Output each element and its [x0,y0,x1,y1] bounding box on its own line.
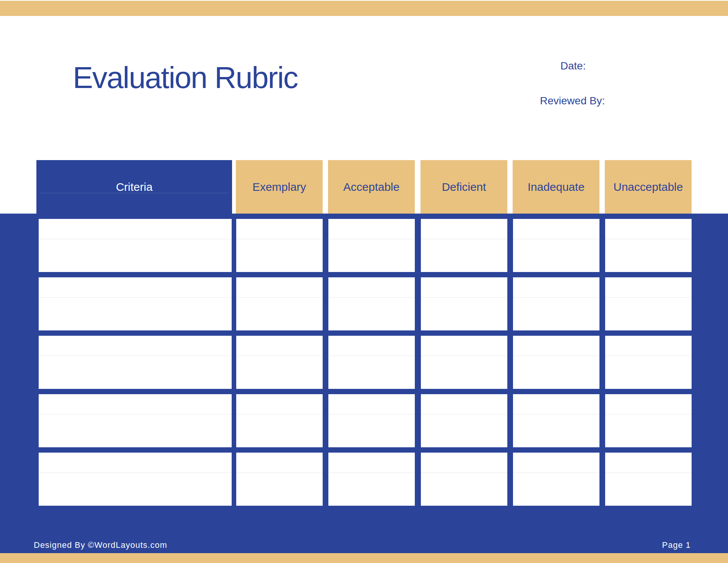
rubric-cell[interactable] [513,453,599,506]
column-header-inadequate: Inadequate [513,160,599,214]
rubric-cell[interactable] [236,336,323,389]
rubric-cell[interactable] [236,277,323,330]
rubric-cell[interactable] [605,277,692,330]
rubric-cell-criteria[interactable] [39,336,232,389]
top-accent-bar [0,1,728,16]
column-header-exemplary: Exemplary [236,160,323,214]
rubric-cell-criteria[interactable] [39,219,232,272]
rubric-cell[interactable] [605,219,692,272]
rubric-cell[interactable] [513,277,599,330]
rubric-cell[interactable] [605,453,692,506]
rubric-cell[interactable] [605,394,692,447]
rubric-cell[interactable] [328,394,415,447]
footer-credit: Designed By ©WordLayouts.com [34,541,167,549]
column-header-criteria: Criteria [36,160,232,214]
rubric-cell-criteria[interactable] [39,394,232,447]
bottom-accent-bar [0,553,728,563]
rubric-cell[interactable] [513,394,599,447]
rubric-cell[interactable] [236,453,323,506]
column-header-acceptable: Acceptable [328,160,415,214]
column-header-deficient: Deficient [420,160,507,214]
rubric-cell-criteria[interactable] [39,277,232,330]
date-label: Date: [560,61,586,71]
rubric-cell[interactable] [421,277,507,330]
rubric-cell[interactable] [328,453,415,506]
rubric-cell[interactable] [421,336,507,389]
rubric-cell-criteria[interactable] [39,453,232,506]
document-page: Evaluation Rubric Date: Reviewed By: Cri… [0,0,728,563]
rubric-cell[interactable] [421,453,507,506]
reviewed-by-label: Reviewed By: [540,96,605,106]
page-title: Evaluation Rubric [73,63,298,93]
rubric-cell[interactable] [605,336,692,389]
page-number: Page 1 [662,541,691,549]
rubric-cell[interactable] [421,394,507,447]
rubric-cell[interactable] [236,219,323,272]
rubric-cell[interactable] [328,219,415,272]
rubric-cell[interactable] [328,277,415,330]
rubric-cell[interactable] [328,336,415,389]
rubric-cell[interactable] [236,394,323,447]
column-header-unacceptable: Unacceptable [605,160,692,214]
rubric-cell[interactable] [513,219,599,272]
rubric-cell[interactable] [513,336,599,389]
rubric-cell[interactable] [421,219,507,272]
